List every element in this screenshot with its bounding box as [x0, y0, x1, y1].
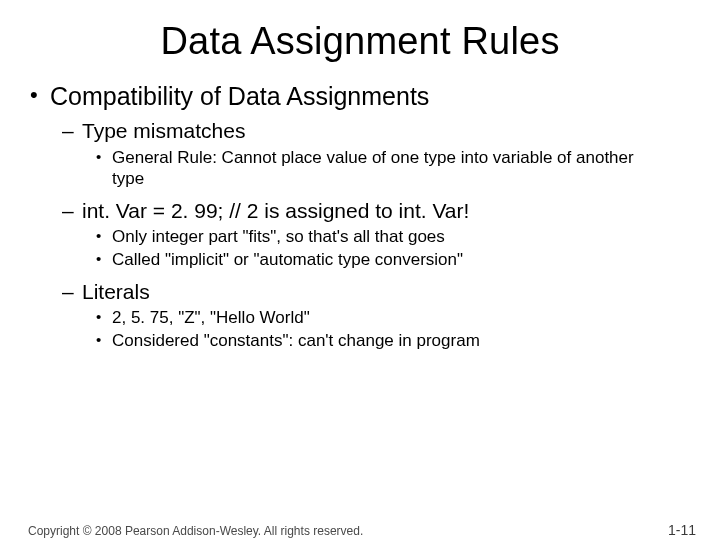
- slide-content: Compatibility of Data Assignments Type m…: [0, 81, 720, 352]
- slide: Data Assignment Rules Compatibility of D…: [0, 20, 720, 540]
- bullet-lvl3: Considered "constants": can't change in …: [22, 330, 698, 352]
- bullet-lvl2: int. Var = 2. 99; // 2 is assigned to in…: [22, 198, 698, 224]
- bullet-group-literals: Literals 2, 5. 75, "Z", "Hello World" Co…: [22, 279, 698, 352]
- bullet-lvl1: Compatibility of Data Assignments: [22, 81, 698, 112]
- bullet-group-type-mismatches: Type mismatches General Rule: Cannot pla…: [22, 118, 698, 190]
- bullet-lvl2: Literals: [22, 279, 698, 305]
- bullet-lvl3: Called "implicit" or "automatic type con…: [22, 249, 698, 271]
- slide-title: Data Assignment Rules: [0, 20, 720, 63]
- bullet-group-intvar: int. Var = 2. 99; // 2 is assigned to in…: [22, 198, 698, 271]
- bullet-lvl2: Type mismatches: [22, 118, 698, 144]
- footer-page-number: 1-11: [668, 522, 696, 538]
- bullet-lvl3: 2, 5. 75, "Z", "Hello World": [22, 307, 698, 329]
- bullet-lvl3: Only integer part "fits", so that's all …: [22, 226, 698, 248]
- bullet-lvl3: General Rule: Cannot place value of one …: [22, 147, 698, 191]
- footer-copyright: Copyright © 2008 Pearson Addison-Wesley.…: [28, 524, 363, 538]
